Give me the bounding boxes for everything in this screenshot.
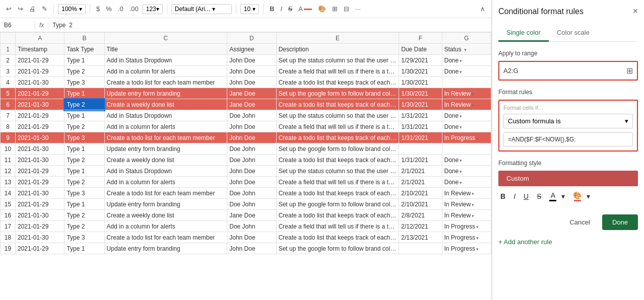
cell-r19-c6[interactable]: In Progress ▾ [442, 243, 491, 254]
cell-r3-c6[interactable]: Done ▾ [442, 66, 491, 77]
cell-r14-c3[interactable]: Doe John [227, 188, 276, 199]
table-row[interactable]: 132021-01-29Type 2Add in a column for al… [1, 177, 491, 188]
done-btn[interactable]: Done [602, 214, 638, 230]
cell-r4-c5[interactable]: 1/30/2021 [399, 77, 442, 88]
cell-r6-c1[interactable]: Type 2 [65, 99, 104, 110]
text-color-dropdown-btn[interactable]: ▾ [559, 191, 567, 201]
table-row[interactable]: 32021-01-29Type 2Add in a column for ale… [1, 66, 491, 77]
tab-color-scale[interactable]: Color scale [549, 25, 598, 42]
cell-r19-c4[interactable]: Set up the google form to follow brand c… [276, 243, 399, 254]
cell-r3-c0[interactable]: 2021-01-29 [16, 66, 65, 77]
cancel-btn[interactable]: Cancel [561, 214, 598, 230]
cell-r2-c0[interactable]: 2021-01-29 [16, 55, 65, 66]
cell-r4-c1[interactable]: Type 3 [65, 77, 104, 88]
formula-input[interactable] [48, 22, 491, 29]
cell-r15-c0[interactable]: 2021-01-29 [16, 199, 65, 210]
italic-btn[interactable]: I [279, 4, 285, 14]
table-row[interactable]: 152021-01-29Type 1Update entry form bran… [1, 199, 491, 210]
cell-r19-c0[interactable]: 2021-01-29 [16, 243, 65, 254]
cell-reference[interactable]: B6 [0, 22, 35, 29]
cell-r15-c6[interactable]: In Review ▾ [442, 199, 491, 210]
table-row[interactable]: 102021-01-30Type 1Update entry form bran… [1, 143, 491, 155]
cell-r19-c3[interactable]: John Doe [227, 243, 276, 254]
cell-r15-c5[interactable]: 2/10/2021 [399, 199, 442, 210]
font-color-btn[interactable]: A [296, 4, 314, 14]
borders-btn[interactable]: ⊞ [330, 4, 340, 14]
strikethrough-btn[interactable]: S̶ [286, 4, 294, 14]
style-strike-btn[interactable]: S [535, 191, 543, 201]
rule-type-dropdown[interactable]: Custom formula is ▾ [503, 114, 633, 128]
col-header-a[interactable]: A [16, 33, 65, 44]
cell-r18-c3[interactable]: John Doe [227, 232, 276, 243]
cell-r18-c2[interactable]: Create a todo list for each team member [104, 232, 227, 243]
cell-r14-c5[interactable]: 2/10/2021 [399, 188, 442, 199]
cell-r7-c1[interactable]: Type 1 [65, 110, 104, 121]
table-row[interactable]: 22021-01-29Type 1Add in Status DropdownJ… [1, 55, 491, 66]
undo-btn[interactable]: ↩ [4, 4, 14, 14]
cell-r3-c4[interactable]: Create a field that will tell us if ther… [276, 66, 399, 77]
cell-r17-c1[interactable]: Type 2 [65, 221, 104, 232]
table-row[interactable]: 142021-01-30Type 3Create a todo list for… [1, 188, 491, 199]
cell-r16-c6[interactable]: In Review ▾ [442, 210, 491, 221]
cell-r13-c1[interactable]: Type 2 [65, 177, 104, 188]
cell-r14-c1[interactable]: Type 3 [65, 188, 104, 199]
cell-r4-c3[interactable]: John Doe [227, 77, 276, 88]
cell-r7-c5[interactable]: 1/31/2021 [399, 110, 442, 121]
redo-btn[interactable]: ↪ [16, 4, 25, 14]
cell-r10-c6[interactable] [442, 143, 491, 155]
table-row[interactable]: 92021-01-30Type 3Create a todo list for … [1, 132, 491, 143]
custom-style-btn[interactable]: Custom [498, 171, 638, 186]
cell-r12-c6[interactable]: Done ▾ [442, 166, 491, 177]
table-row[interactable]: 82021-01-29Type 2Add in a column for ale… [1, 121, 491, 132]
cell-r13-c5[interactable]: 2/1/2021 [399, 177, 442, 188]
cell-r17-c4[interactable]: Create a field that will tell us if ther… [276, 221, 399, 232]
col-header-g[interactable]: G [442, 33, 491, 44]
cell-r12-c5[interactable]: 2/1/2021 [399, 166, 442, 177]
cell-r12-c2[interactable]: Add in Status Dropdown [104, 166, 227, 177]
col-header-c[interactable]: C [104, 33, 227, 44]
cell-r5-c4[interactable]: Set up the google form to follow brand c… [276, 88, 399, 99]
cell-r10-c2[interactable]: Update entry form branding [104, 143, 227, 155]
cell-r10-c4[interactable]: Set up the google form to follow brand c… [276, 143, 399, 155]
cell-r12-c3[interactable]: John Doe [227, 166, 276, 177]
cell-r5-c3[interactable]: Jane Doe [227, 88, 276, 99]
cell-r16-c2[interactable]: Create a weekly done list [104, 210, 227, 221]
cell-r16-c5[interactable]: 2/8/2021 [399, 210, 442, 221]
cell-r8-c4[interactable]: Create a field that will tell us if ther… [276, 121, 399, 132]
table-row[interactable]: 52021-01-29Type 1Update entry form brand… [1, 88, 491, 99]
table-row[interactable]: 162021-01-30Type 2Create a weekly done l… [1, 210, 491, 221]
cell-r11-c4[interactable]: Create a todo list that keeps track of e… [276, 155, 399, 166]
cell-r18-c4[interactable]: Create a todo list that keeps track of e… [276, 232, 399, 243]
cell-r9-c0[interactable]: 2021-01-30 [16, 132, 65, 143]
cell-r2-c5[interactable]: 1/29/2021 [399, 55, 442, 66]
cell-r11-c3[interactable]: Doe John [227, 155, 276, 166]
cell-r16-c1[interactable]: Type 2 [65, 210, 104, 221]
cell-r3-c1[interactable]: Type 2 [65, 66, 104, 77]
cell-r4-c2[interactable]: Create a todo list for each team member [104, 77, 227, 88]
formula-value-input[interactable] [503, 132, 633, 146]
cell-r9-c1[interactable]: Type 3 [65, 132, 104, 143]
cell-r9-c6[interactable]: In Progress ▾ [442, 132, 491, 143]
cell-r6-c0[interactable]: 2021-01-30 [16, 99, 65, 110]
decimal00-btn[interactable]: .00 [127, 4, 141, 14]
cell-r15-c3[interactable]: Doe John [227, 199, 276, 210]
cell-r3-c2[interactable]: Add in a column for alerts [104, 66, 227, 77]
cell-r10-c0[interactable]: 2021-01-30 [16, 143, 65, 155]
table-row[interactable]: 72021-01-29Type 1Add in Status DropdownD… [1, 110, 491, 121]
cell-r8-c1[interactable]: Type 2 [65, 121, 104, 132]
table-row[interactable]: 182021-01-30Type 3Create a todo list for… [1, 232, 491, 243]
table-row[interactable]: 192021-01-29Type 1Update entry form bran… [1, 243, 491, 254]
tab-single-color[interactable]: Single color [498, 25, 549, 42]
cell-r7-c2[interactable]: Add in Status Dropdown [104, 110, 227, 121]
cell-r2-c2[interactable]: Add in Status Dropdown [104, 55, 227, 66]
cell-r10-c5[interactable] [399, 143, 442, 155]
cell-r8-c5[interactable]: 1/31/2021 [399, 121, 442, 132]
cell-r7-c3[interactable]: Doe John [227, 110, 276, 121]
cell-r6-c4[interactable]: Create a todo list that keeps track of e… [276, 99, 399, 110]
cell-r4-c4[interactable]: Create a todo list that keeps track of e… [276, 77, 399, 88]
cell-r6-c5[interactable]: 1/30/2021 [399, 99, 442, 110]
cell-r17-c5[interactable]: 2/12/2021 [399, 221, 442, 232]
cell-r11-c2[interactable]: Create a weekly done list [104, 155, 227, 166]
add-rule-btn[interactable]: + Add another rule [498, 238, 638, 246]
cell-r9-c4[interactable]: Create a todo list that keeps track of e… [276, 132, 399, 143]
